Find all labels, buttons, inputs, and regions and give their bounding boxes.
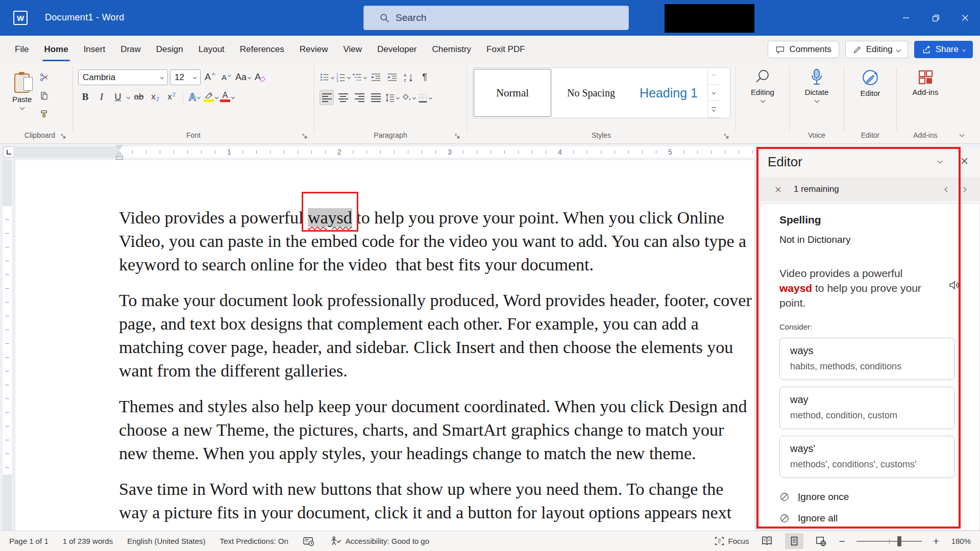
share-button[interactable]: Share [914, 41, 973, 58]
document-page[interactable]: Video provides a powerful waysd to help … [15, 160, 754, 531]
suggestion-ways[interactable]: ways habits, methods, conditions [779, 338, 955, 380]
strikethrough-button[interactable]: ab [132, 89, 146, 105]
comments-button[interactable]: Comments [768, 41, 839, 58]
zoom-out-button[interactable]: − [839, 536, 845, 546]
next-issue-chevron[interactable] [962, 187, 967, 192]
read-aloud-icon[interactable] [948, 279, 960, 291]
word-count[interactable]: 1 of 239 words [63, 537, 113, 545]
tab-home[interactable]: Home [36, 36, 76, 63]
search-input[interactable]: Search [363, 6, 629, 30]
styles-dialog-launcher[interactable] [723, 133, 729, 139]
font-dialog-launcher[interactable] [302, 133, 308, 139]
paragraph-dialog-launcher[interactable] [454, 133, 460, 139]
style-heading-1[interactable]: Heading 1 [630, 68, 707, 118]
tab-references[interactable]: References [232, 36, 292, 63]
font-name-combo[interactable]: Cambria [78, 69, 168, 85]
ignore-once-button[interactable]: Ignore once [779, 491, 979, 503]
suggestion-way[interactable]: way method, condition, custom [779, 387, 955, 429]
zoom-slider[interactable] [856, 541, 922, 542]
numbering-button[interactable]: 123 [336, 69, 350, 85]
shading-button[interactable] [401, 90, 415, 105]
align-right-button[interactable] [352, 90, 366, 105]
web-layout-button[interactable] [812, 533, 830, 549]
pane-close-icon[interactable] [961, 157, 968, 165]
bullets-button[interactable] [320, 69, 334, 85]
decrease-indent-button[interactable] [369, 69, 383, 85]
shrink-font-button[interactable]: A [219, 70, 233, 85]
underline-options-chevron[interactable] [127, 95, 130, 98]
paste-button[interactable]: Paste [12, 68, 32, 121]
tab-chemistry[interactable]: Chemistry [425, 36, 479, 63]
clipboard-dialog-launcher[interactable] [60, 133, 66, 139]
tab-developer[interactable]: Developer [370, 36, 425, 63]
tab-layout[interactable]: Layout [191, 36, 232, 63]
increase-indent-button[interactable] [385, 69, 399, 85]
superscript-button[interactable]: x2 [164, 89, 179, 105]
font-size-combo[interactable]: 12 [170, 69, 201, 85]
previous-issue-chevron[interactable] [945, 187, 950, 192]
cut-button[interactable] [37, 69, 51, 85]
justify-button[interactable] [369, 90, 383, 105]
language-indicator[interactable]: English (United States) [127, 537, 205, 545]
minimize-button[interactable] [891, 0, 921, 36]
dismiss-icon[interactable] [775, 186, 781, 193]
copy-button[interactable] [37, 88, 51, 103]
format-painter-button[interactable] [37, 106, 51, 121]
style-no-spacing[interactable]: No Spacing [552, 68, 630, 118]
styles-gallery-expand[interactable] [708, 101, 720, 118]
accessibility-status[interactable]: Accessibility: Good to go [329, 536, 429, 547]
tab-review[interactable]: Review [292, 36, 336, 63]
styles-scroll-down[interactable] [708, 85, 720, 102]
tab-file[interactable]: File [7, 36, 36, 63]
highlight-color-button[interactable] [204, 89, 218, 105]
bold-button[interactable]: B [78, 89, 92, 105]
text-predictions-icon[interactable] [303, 536, 315, 546]
tab-foxit-pdf[interactable]: Foxit PDF [479, 36, 533, 63]
tab-view[interactable]: View [336, 36, 370, 63]
tab-draw[interactable]: Draw [113, 36, 149, 63]
borders-button[interactable] [418, 90, 432, 105]
restore-button[interactable] [921, 0, 950, 36]
show-hide-marks-button[interactable]: ¶ [418, 69, 432, 85]
misspelled-word[interactable]: waysd [308, 208, 352, 227]
text-predictions-indicator[interactable]: Text Predictions: On [220, 537, 288, 545]
ignore-all-button[interactable]: Ignore all [779, 513, 979, 524]
first-line-indent-marker[interactable] [116, 145, 123, 149]
font-color-button[interactable]: A [220, 89, 234, 105]
left-indent-marker[interactable] [116, 156, 123, 160]
addins-button[interactable]: Add-ins [902, 63, 949, 96]
editor-button[interactable]: Editor [849, 63, 891, 97]
grow-font-button[interactable]: A [203, 70, 217, 85]
change-case-button[interactable]: Aa [235, 70, 251, 85]
word-app-icon[interactable]: W [13, 11, 28, 25]
page-indicator[interactable]: Page 1 of 1 [9, 537, 48, 545]
clear-formatting-button[interactable]: A [253, 70, 267, 85]
focus-button[interactable]: Focus [714, 536, 749, 546]
close-button[interactable] [950, 0, 980, 36]
align-left-button[interactable] [320, 90, 334, 105]
styles-scroll-up[interactable] [708, 68, 720, 85]
align-center-button[interactable] [336, 90, 350, 105]
tab-insert[interactable]: Insert [76, 36, 113, 63]
zoom-in-button[interactable]: + [933, 536, 939, 546]
read-mode-button[interactable] [757, 533, 777, 549]
editing-mode-button[interactable]: Editing [845, 41, 908, 58]
suggestion-ways-apostrophe[interactable]: ways' methods', conditions', customs' [779, 436, 955, 478]
dictate-button[interactable]: Dictate [795, 63, 839, 102]
hanging-indent-marker[interactable] [116, 151, 123, 156]
line-spacing-button[interactable] [385, 90, 399, 105]
sort-button[interactable]: AZ [401, 69, 415, 85]
print-layout-button[interactable] [785, 533, 803, 549]
underline-button[interactable]: U [111, 89, 125, 105]
editing-menu-button[interactable]: Editing [741, 63, 784, 102]
tab-design[interactable]: Design [149, 36, 191, 63]
text-effects-button[interactable]: A [187, 89, 202, 105]
multilevel-list-button[interactable] [352, 69, 366, 85]
subscript-button[interactable]: x2 [148, 89, 162, 105]
style-normal[interactable]: Normal [474, 69, 551, 117]
zoom-slider-handle[interactable] [897, 536, 901, 546]
collapse-ribbon-chevron[interactable] [960, 132, 965, 137]
italic-button[interactable]: I [94, 89, 109, 105]
tab-stop-selector[interactable] [3, 146, 14, 158]
pane-chevron-down-icon[interactable] [938, 159, 943, 164]
